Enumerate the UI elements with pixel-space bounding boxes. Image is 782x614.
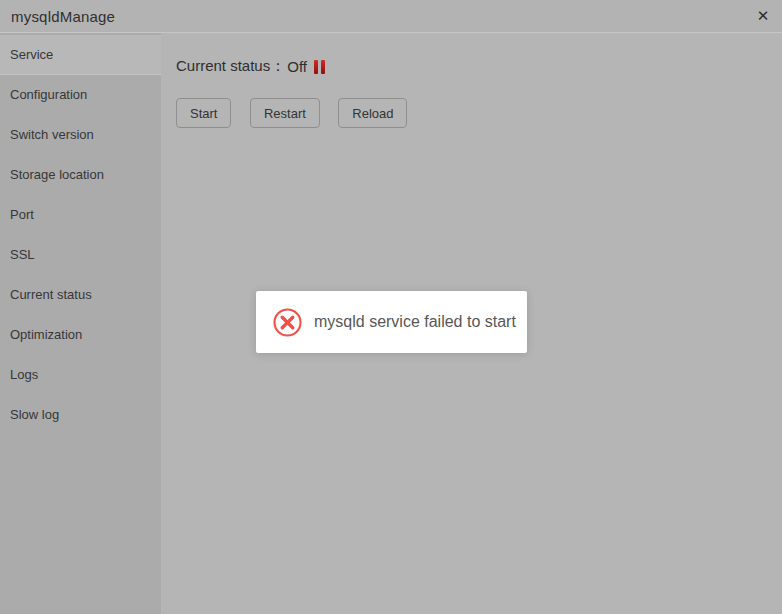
window-title: mysqldManage [0,8,115,25]
sidebar-item-ssl[interactable]: SSL [0,235,161,275]
pause-icon [314,60,325,74]
status-value: Off [287,58,307,75]
sidebar-item-configuration[interactable]: Configuration [0,75,161,115]
service-actions: Start Restart Reload [176,98,782,128]
close-icon[interactable]: ✕ [750,0,776,32]
titlebar[interactable]: mysqldManage ✕ [0,0,782,33]
error-circle-x-icon [272,307,303,338]
app-window: mysqldManage ✕ Service Configuration Swi… [0,0,782,614]
toast-message: mysqld service failed to start [314,313,516,331]
sidebar-item-switch-version[interactable]: Switch version [0,115,161,155]
start-button[interactable]: Start [176,98,231,128]
sidebar-item-logs[interactable]: Logs [0,355,161,395]
sidebar-item-slow-log[interactable]: Slow log [0,395,161,435]
toast-error: mysqld service failed to start [256,291,527,353]
sidebar-item-port[interactable]: Port [0,195,161,235]
sidebar: Service Configuration Switch version Sto… [0,33,161,614]
reload-button[interactable]: Reload [338,98,407,128]
sidebar-item-current-status[interactable]: Current status [0,275,161,315]
sidebar-item-optimization[interactable]: Optimization [0,315,161,355]
status-line: Current status： Off [176,57,782,76]
sidebar-item-storage-location[interactable]: Storage location [0,155,161,195]
restart-button[interactable]: Restart [250,98,320,128]
status-label: Current status： [176,57,285,76]
sidebar-item-service[interactable]: Service [0,35,161,75]
